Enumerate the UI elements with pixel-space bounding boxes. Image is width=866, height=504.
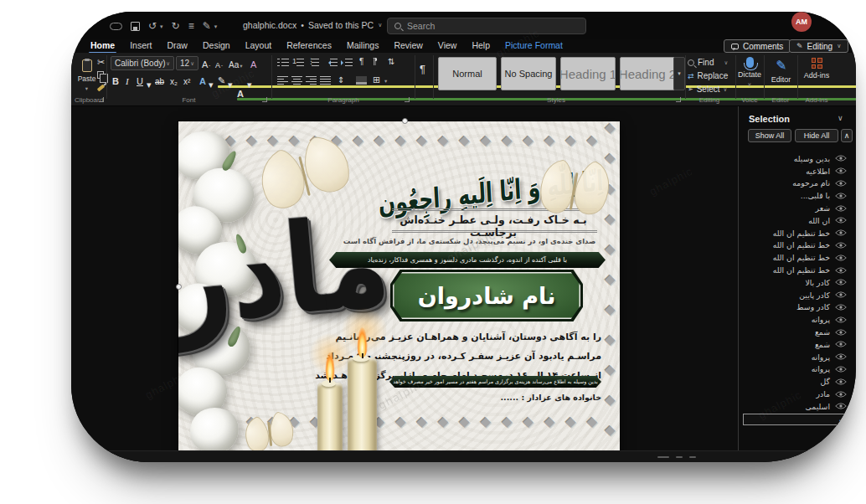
sort-button[interactable]: ⇅: [388, 57, 394, 66]
eye-icon[interactable]: [835, 316, 847, 324]
selection-item[interactable]: کادر وسط: [739, 301, 856, 314]
ribbon-tab[interactable]: References: [279, 39, 339, 53]
menu-icon[interactable]: ≡: [188, 21, 194, 31]
ribbon-tab[interactable]: Layout: [238, 39, 280, 53]
show-all-button[interactable]: Show All: [748, 129, 791, 142]
ltr-direction-button[interactable]: ¶: [359, 57, 363, 66]
paste-dropdown-icon[interactable]: ▾: [85, 85, 88, 92]
selection-item[interactable]: بدین وسیله: [739, 152, 856, 165]
eye-icon[interactable]: [835, 291, 847, 299]
pane-scroll-up-button[interactable]: ∧: [841, 129, 853, 142]
dictate-button[interactable]: Dictate ∨: [736, 57, 763, 88]
superscript-button[interactable]: x²: [183, 74, 190, 86]
selection-item[interactable]: خط تنظیم ان الله: [739, 264, 856, 276]
selection-item[interactable]: پروانه: [739, 313, 856, 326]
style-chip[interactable]: Heading 2: [620, 57, 675, 90]
ribbon-tab[interactable]: Review: [386, 39, 430, 53]
copy-button[interactable]: [97, 71, 104, 79]
addins-button[interactable]: Add-ins: [799, 58, 834, 80]
format-painter-button[interactable]: [97, 86, 105, 90]
selection-item[interactable]: کادر پایین: [739, 289, 856, 301]
avatar[interactable]: AM: [791, 12, 812, 32]
borders-button[interactable]: ⊞: [373, 75, 380, 85]
borders-dropdown-icon[interactable]: ▾: [384, 78, 387, 85]
style-chip[interactable]: Heading 1: [560, 57, 616, 90]
eye-icon[interactable]: [835, 266, 847, 275]
italic-button[interactable]: I: [126, 74, 129, 86]
eye-icon[interactable]: [835, 254, 847, 262]
underline-dropdown-icon[interactable]: ▾: [147, 78, 152, 90]
align-left-button[interactable]: [277, 76, 288, 85]
eye-icon[interactable]: [835, 179, 847, 188]
eye-icon[interactable]: [835, 365, 847, 373]
deceased-name-badge[interactable]: نام شادروان: [390, 270, 583, 321]
eye-icon[interactable]: [835, 352, 847, 361]
ribbon-tab[interactable]: Draw: [159, 39, 195, 53]
eye-icon[interactable]: [835, 328, 847, 337]
document-page[interactable]: اِنّا لِلّٰهِ وَ اِنّا اِلَیهِ راجِعُون …: [178, 121, 620, 462]
rtl-direction-button[interactable]: ¶: [373, 57, 377, 66]
clear-formatting-button[interactable]: A: [250, 57, 256, 69]
eye-icon[interactable]: [835, 390, 847, 399]
eye-icon[interactable]: [835, 303, 847, 311]
eye-icon[interactable]: [835, 167, 847, 175]
eye-icon[interactable]: [835, 278, 847, 286]
status-view-icon[interactable]: [676, 456, 683, 458]
selection-item[interactable]: گل: [739, 375, 856, 388]
selection-item[interactable]: خط تنظیم ان الله: [739, 227, 856, 239]
ribbon-tab[interactable]: Design: [195, 39, 238, 53]
draw-pen-icon[interactable]: ✎: [203, 21, 211, 31]
subscript-button[interactable]: x₂: [170, 74, 178, 86]
pane-chevron-icon[interactable]: ∨: [838, 114, 843, 122]
font-size-combo[interactable]: 12 ∨: [176, 56, 198, 70]
eye-icon[interactable]: [835, 402, 847, 410]
undo-dropdown-icon[interactable]: ▾: [160, 23, 163, 29]
editing-mode-button[interactable]: ✎ Editing ∨: [789, 39, 848, 53]
selection-handle[interactable]: [402, 118, 408, 124]
eye-icon[interactable]: [835, 378, 847, 386]
selection-item[interactable]: شعر: [739, 202, 856, 214]
autosave-toggle-icon[interactable]: [110, 23, 122, 30]
ribbon-tab[interactable]: Help: [464, 39, 497, 53]
selection-item[interactable]: شمع: [739, 338, 856, 351]
ribbon-tab[interactable]: Home: [83, 39, 122, 53]
ribbon-tab[interactable]: View: [430, 39, 465, 53]
selection-item[interactable]: خط تنظیم ان الله: [739, 251, 856, 264]
search-box[interactable]: [387, 18, 586, 34]
bold-button[interactable]: B: [112, 74, 119, 86]
document-canvas[interactable]: اِنّا لِلّٰهِ وَ اِنّا اِلَیهِ راجِعُون …: [71, 106, 738, 462]
status-view-icon[interactable]: [689, 456, 696, 458]
selection-item[interactable]: پروانه: [739, 351, 856, 363]
font-color-dropdown-icon[interactable]: ▾: [247, 78, 252, 90]
selection-item[interactable]: خط تنظیم ان الله: [739, 239, 856, 252]
selection-item[interactable]: کادر بالا: [739, 276, 856, 289]
shading-button[interactable]: [356, 76, 367, 85]
hide-all-button[interactable]: Hide All: [795, 129, 838, 142]
font-dialog-launcher[interactable]: [262, 97, 267, 102]
styles-more-button[interactable]: ▾: [673, 57, 685, 90]
grow-font-button[interactable]: Aˆ: [202, 57, 210, 69]
status-zoom-icon[interactable]: [657, 456, 669, 458]
ribbon-tab[interactable]: Mailings: [339, 39, 387, 53]
styles-dialog-launcher[interactable]: [676, 97, 681, 102]
highlight-dropdown-icon[interactable]: ▾: [228, 78, 233, 90]
show-paragraph-marks-toggle[interactable]: ¶: [420, 63, 425, 75]
cut-button[interactable]: ✂: [97, 57, 105, 68]
eye-icon[interactable]: [835, 154, 847, 162]
eye-icon[interactable]: [835, 192, 847, 200]
clipboard-dialog-launcher[interactable]: [99, 97, 104, 102]
selection-item[interactable]: ان الله: [739, 214, 856, 227]
selection-item[interactable]: اطلاعیه: [739, 165, 856, 177]
comments-button[interactable]: Comments: [724, 39, 791, 53]
redo-icon[interactable]: ↻: [172, 21, 180, 31]
font-family-combo[interactable]: Calibri (Body) ∨: [111, 56, 174, 70]
numbering-button[interactable]: 1: [292, 58, 304, 67]
selection-item[interactable]: نام مرحومه: [739, 177, 856, 190]
eye-icon[interactable]: [835, 204, 847, 213]
bullets-button[interactable]: [277, 58, 289, 67]
replace-button[interactable]: ⇄ Replace: [688, 71, 728, 80]
families-line[interactable]: خانواده های عزادار : ......: [389, 393, 601, 402]
ribbon-tab[interactable]: Insert: [122, 39, 159, 53]
align-right-button[interactable]: [306, 76, 317, 85]
selection-item[interactable]: با قلبی...: [739, 189, 856, 202]
